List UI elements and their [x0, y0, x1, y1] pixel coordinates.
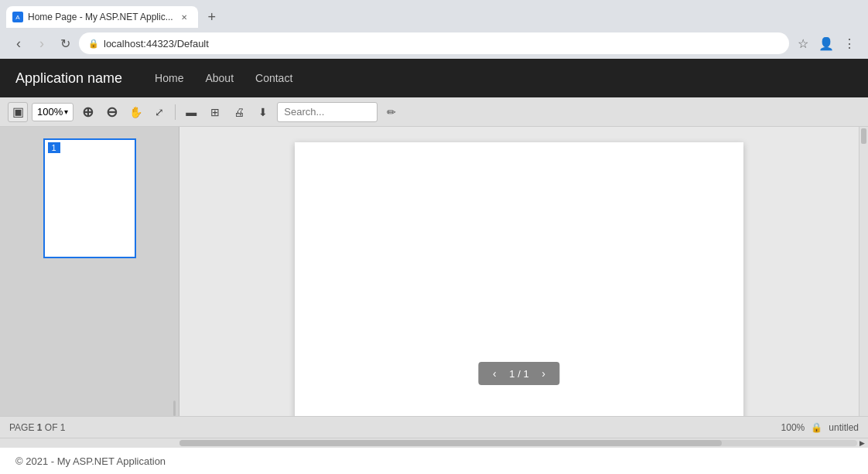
pdf-sidebar: 1 — [0, 127, 179, 416]
app-footer: © 2021 - My ASP.NET Application — [0, 447, 868, 474]
menu-icon[interactable]: ⋮ — [840, 34, 859, 53]
nav-link-about[interactable]: About — [196, 67, 243, 89]
reload-button[interactable]: ↻ — [56, 34, 74, 53]
zoom-control[interactable]: 100% ▾ — [32, 103, 73, 121]
forward-button[interactable]: › — [32, 34, 51, 53]
annotate-button[interactable]: ✏ — [381, 102, 402, 122]
search-input[interactable] — [277, 102, 378, 122]
browser-chrome: A Home Page - My ASP.NET Applic... ✕ + ‹… — [0, 0, 868, 59]
nav-link-contact[interactable]: Contact — [246, 67, 302, 89]
tab-title: Home Page - My ASP.NET Applic... — [28, 12, 173, 22]
tab-favicon: A — [12, 12, 23, 22]
grid-view-button[interactable]: ⊞ — [205, 102, 225, 122]
main-scrollbar[interactable] — [859, 127, 868, 416]
page-info: PAGE 1 OF 1 — [9, 422, 781, 433]
print-button[interactable]: 🖨 — [229, 102, 249, 122]
new-tab-button[interactable]: + — [201, 6, 223, 28]
address-text: localhost:44323/Default — [104, 38, 209, 49]
download-button[interactable]: ⬇ — [253, 102, 273, 122]
status-right: 100% 🔒 untitled — [781, 422, 859, 433]
sidebar-toggle-button[interactable]: ▣ — [8, 102, 28, 122]
nav-link-home[interactable]: Home — [145, 67, 193, 89]
zoom-out-button[interactable]: ⊖ — [101, 102, 121, 122]
app-navbar: Application name Home About Contact — [0, 59, 868, 97]
pdf-body: 1 ‹ 1 / 1 › — [0, 127, 868, 416]
zoom-in-button[interactable]: ⊕ — [77, 102, 97, 122]
sidebar-resize-handle[interactable] — [169, 401, 179, 416]
app-brand: Application name — [15, 70, 122, 87]
tab-bar: A Home Page - My ASP.NET Applic... ✕ + — [0, 0, 868, 28]
bookmark-icon[interactable]: ☆ — [794, 34, 812, 53]
prev-page-button[interactable]: ‹ — [486, 365, 503, 382]
pdf-viewer: ▣ 100% ▾ ⊕ ⊖ ✋ ⤢ ▬ ⊞ 🖨 ⬇ ✏ 1 — [0, 97, 868, 447]
active-tab[interactable]: A Home Page - My ASP.NET Applic... ✕ — [6, 6, 198, 28]
zoom-dropdown-icon: ▾ — [64, 107, 68, 116]
thumb-page-num: 1 — [48, 142, 60, 153]
zoom-status: 100% — [781, 422, 805, 433]
page-nav-overlay: ‹ 1 / 1 › — [478, 362, 559, 385]
back-button[interactable]: ‹ — [9, 34, 28, 53]
hand-tool-button[interactable]: ✋ — [125, 102, 145, 122]
fit-page-button[interactable]: ⤢ — [149, 102, 169, 122]
address-bar: ‹ › ↻ 🔒 localhost:44323/Default ☆ 👤 ⋮ — [0, 28, 868, 59]
profile-icon[interactable]: 👤 — [817, 34, 836, 53]
tab-close-icon[interactable]: ✕ — [178, 11, 190, 23]
pdf-statusbar: PAGE 1 OF 1 100% 🔒 untitled — [0, 416, 868, 438]
filename: untitled — [829, 422, 859, 433]
pdf-main-area[interactable]: ‹ 1 / 1 › — [179, 127, 859, 416]
nav-links: Home About Contact — [145, 67, 302, 89]
zoom-value: 100% — [37, 106, 63, 118]
page-indicator-text: 1 / 1 — [506, 368, 531, 380]
toolbar-separator — [175, 104, 176, 120]
horizontal-scrollbar[interactable]: ▶ — [0, 438, 868, 447]
lock-status-icon: 🔒 — [811, 422, 822, 433]
address-input[interactable]: 🔒 localhost:44323/Default — [79, 32, 789, 54]
pdf-toolbar: ▣ 100% ▾ ⊕ ⊖ ✋ ⤢ ▬ ⊞ 🖨 ⬇ ✏ — [0, 97, 868, 127]
next-page-button[interactable]: › — [535, 365, 552, 382]
pdf-thumbnail[interactable]: 1 — [43, 138, 136, 258]
lock-icon: 🔒 — [88, 39, 99, 49]
single-page-button[interactable]: ▬ — [181, 102, 201, 122]
footer-text: © 2021 - My ASP.NET Application — [15, 455, 166, 467]
